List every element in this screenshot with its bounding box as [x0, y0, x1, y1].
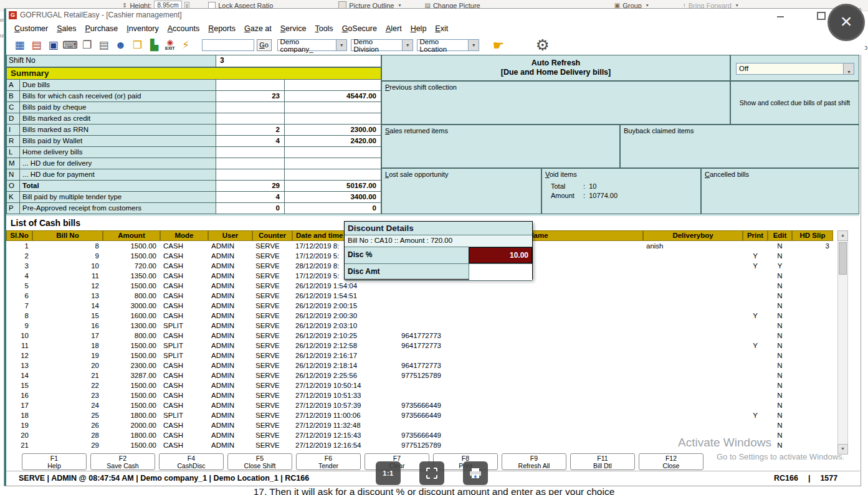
cell-user: ADMIN [208, 341, 252, 351]
lock-aspect-ratio-checkbox[interactable]: Lock Aspect Ratio [208, 2, 273, 9]
scrollbar-thumb[interactable] [839, 242, 847, 275]
cell-mode: SPLIT [160, 341, 208, 351]
open-folder-icon[interactable]: ❒ [129, 38, 146, 53]
cell-counter: SERVE [252, 281, 292, 291]
change-picture-button[interactable]: ▤ Change Picture [424, 2, 480, 9]
cell-hd-slip [792, 251, 833, 261]
bill-row[interactable]: 15221500.00CASHADMINSERVE27/12/2019 10:5… [6, 380, 833, 390]
flash-icon[interactable]: ⚡ [178, 38, 194, 53]
sum-code: B [6, 91, 20, 102]
keyboard-icon[interactable]: ⌨ [62, 38, 79, 53]
overlay-print-button[interactable] [463, 461, 488, 485]
menu-item-purchase[interactable]: Purchase [80, 23, 122, 34]
billing-grid-icon[interactable]: ▦ [11, 38, 28, 53]
sum-count: 4 [216, 192, 285, 203]
cell-counter: SERVE [252, 311, 292, 321]
menu-item-accounts[interactable]: Accounts [163, 23, 204, 34]
hand-pointer-icon[interactable]: ☛ [493, 38, 505, 53]
cell-hd-slip [792, 430, 833, 440]
cell-mode: CASH [160, 380, 208, 390]
cell-sl-no: 5 [6, 281, 32, 291]
menu-item-exit[interactable]: Exit [431, 23, 452, 34]
height-spinner-icon[interactable] [184, 2, 190, 9]
bill-row[interactable]: 9161300.00SPLITADMINSERVE26/12/2019 2:03… [6, 321, 833, 331]
menu-item-customer[interactable]: Customer [10, 23, 52, 34]
height-label: Height: [130, 2, 151, 9]
overlay-crop-button[interactable] [419, 461, 444, 485]
menu-item-reports[interactable]: Reports [204, 23, 240, 34]
menu-item-gaze-at[interactable]: Gaze at [240, 23, 276, 34]
menu-item-gosecure[interactable]: GoSecure [338, 23, 381, 34]
location-dropdown[interactable]: Demo Location [417, 39, 479, 51]
bill-row[interactable]: 11181500.00SPLITADMINSERVE26/12/2019 2:1… [6, 341, 833, 351]
cell-counter: SERVE [252, 341, 292, 351]
settings-gear-icon[interactable]: ⚙ [535, 36, 549, 54]
division-dropdown[interactable]: Demo Division [351, 39, 413, 51]
bill-row[interactable]: 14213287.00CASHADMINSERVE26/12/2019 2:25… [6, 370, 833, 380]
cell-bill-no: 21 [32, 370, 103, 380]
bill-row[interactable]: 5121500.00CASHADMINSERVE26/12/2019 1:54:… [6, 281, 833, 291]
fkey-f1[interactable]: F1Help [22, 453, 87, 470]
scrollbar-up-icon[interactable] [837, 230, 848, 241]
bill-row[interactable]: 1017800.00CASHADMINSERVE26/12/2019 2:10:… [6, 331, 833, 341]
discount-amount-field[interactable] [469, 264, 532, 280]
cell-bill-no: 28 [32, 430, 103, 440]
sales-chart-icon[interactable]: ▙ [146, 38, 163, 53]
cell-deliveryboy [643, 351, 743, 361]
fkey-f5[interactable]: F5Close Shift [227, 453, 292, 470]
menu-item-help[interactable]: Help [406, 23, 431, 34]
cell-edit: N [768, 351, 792, 361]
fkey-f9[interactable]: F9Refresh All [502, 453, 566, 470]
cell-hd-slip: 3 [792, 241, 833, 251]
notepad-icon[interactable]: ▤ [95, 38, 112, 53]
auto-refresh-dropdown[interactable]: Off [736, 63, 854, 75]
fkey-f6[interactable]: F6Tender [296, 453, 361, 470]
exit-power-icon[interactable]: ◉EXIT [165, 39, 175, 52]
maximize-button[interactable] [814, 11, 827, 19]
company-dropdown[interactable]: Demo company_ [277, 39, 347, 51]
menu-item-tools[interactable]: Tools [310, 23, 337, 34]
lost-sale-opportunity-box: Lost sale opportunity [381, 168, 541, 214]
fkey-f12[interactable]: F12Close [639, 453, 703, 470]
menu-item-inventory[interactable]: Inventory [122, 23, 163, 34]
fkey-f2[interactable]: F2Save Cash [90, 453, 155, 470]
crop-icon [426, 467, 438, 479]
screen: ⇕ Height: 8.95cm Lock Aspect Ratio Pictu… [0, 0, 868, 495]
cell-print: Y [743, 251, 768, 261]
menu-item-service[interactable]: Service [276, 23, 311, 34]
pos-monitor-icon[interactable]: ▣ [45, 38, 62, 53]
bill-convert-icon[interactable]: ▤ [28, 38, 45, 53]
bill-row[interactable]: 16231500.00CASHADMINSERVE27/12/2019 10:5… [6, 390, 833, 400]
fkey-f11[interactable]: F11Bill Dtl [570, 453, 635, 470]
bring-forward-button[interactable]: ↑ Bring Forward [683, 2, 738, 9]
minimize-button[interactable] [775, 11, 787, 19]
menu-item-sales[interactable]: Sales [52, 23, 80, 34]
bill-row[interactable]: 17241500.00CASHADMINSERVE27/12/2019 10:5… [6, 400, 833, 410]
bill-row[interactable]: 613800.00CASHADMINSERVE26/12/2019 1:54:5… [6, 291, 833, 301]
sum-count: 4 [216, 136, 285, 147]
toolbar-search-input[interactable] [202, 39, 254, 51]
cell-sl-no: 6 [6, 291, 32, 301]
image-close-overlay-icon[interactable] [827, 4, 865, 41]
printer-icon[interactable]: ❐ [79, 38, 95, 53]
bill-row[interactable]: 19262000.00CASHADMINSERVE27/12/2019 11:3… [6, 420, 833, 430]
status-terminal-code: RC166 [774, 471, 798, 486]
show-collect-due-bills-button[interactable]: Show and collect due bills of past shift [730, 81, 859, 125]
fkey-f4[interactable]: F4CashDisc [159, 453, 224, 470]
bill-row[interactable]: 8151600.00CASHADMINSERVE26/12/2019 2:00:… [6, 311, 833, 321]
menu-item-alert[interactable]: Alert [381, 23, 406, 34]
go-button[interactable]: Go [257, 39, 272, 51]
bill-row[interactable]: 18251800.00SPLITADMINSERVE27/12/2019 11:… [6, 410, 833, 420]
bill-row[interactable]: 13202300.00CASHADMINSERVE26/12/2019 2:18… [6, 361, 833, 370]
customer-transfer-icon[interactable]: ☻ [112, 38, 129, 53]
discount-percent-field[interactable]: 10.00 [469, 247, 532, 263]
overlay-actual-size-button[interactable]: 1:1 [376, 461, 401, 485]
bill-row[interactable]: 7143000.00CASHADMINSERVE26/12/2019 2:00:… [6, 301, 833, 311]
cell-mode: CASH [160, 241, 208, 251]
cell-print [743, 271, 768, 281]
sales-returned-items-box: Sales returned items [381, 125, 620, 168]
app-window: GOFRUGAL RetailEasy - [Cashier managemen… [4, 9, 861, 486]
bill-row[interactable]: 12191500.00SPLITADMINSERVE26/12/2019 2:1… [6, 351, 833, 361]
cell-deliveryboy [643, 251, 743, 261]
group-button[interactable]: ▣ Group [614, 2, 649, 9]
